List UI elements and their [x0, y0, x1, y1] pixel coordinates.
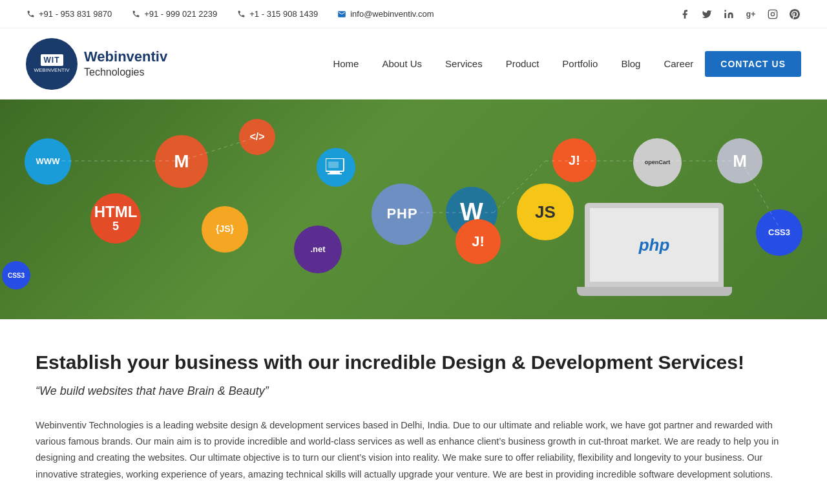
- bubble-js-yellow: JS: [517, 184, 574, 240]
- logo-brand-text: Webinventiv Technologies: [84, 48, 167, 79]
- bubble-opencart: openCart: [633, 138, 682, 187]
- logo-wit-text: WIT: [41, 54, 63, 66]
- svg-point-0: [724, 10, 726, 12]
- phone3-contact: +1 - 315 908 1439: [236, 9, 318, 19]
- logo-sub-text: WEBINVENTIV: [34, 67, 69, 73]
- email-contact: info@webinventiv.com: [337, 9, 434, 19]
- email-text: info@webinventiv.com: [350, 9, 434, 19]
- svg-rect-5: [330, 171, 340, 173]
- bubble-code: </>: [239, 119, 275, 155]
- phone2-contact: +91 - 999 021 2239: [131, 9, 217, 19]
- twitter-icon[interactable]: [700, 8, 713, 21]
- logo[interactable]: WIT WEBINVENTIV Webinventiv Technologies: [26, 38, 167, 90]
- nav-services[interactable]: Services: [434, 28, 494, 100]
- googleplus-icon[interactable]: g+: [744, 8, 757, 21]
- svg-point-2: [771, 12, 774, 16]
- nav-product[interactable]: Product: [494, 28, 551, 100]
- laptop-base: [577, 287, 732, 296]
- pinterest-icon[interactable]: [788, 8, 801, 21]
- bubble-dotnet: .net: [294, 226, 342, 273]
- logo-emblem: WIT WEBINVENTIV: [26, 38, 78, 90]
- nav-about[interactable]: About Us: [370, 28, 434, 100]
- phone3-icon: [236, 10, 246, 19]
- main-nav: Home About Us Services Product Portfolio…: [321, 28, 801, 100]
- tagline: “We build websites that have Brain & Bea…: [36, 381, 791, 402]
- logo-brand-name: Webinventiv: [84, 48, 167, 67]
- facebook-icon[interactable]: [678, 8, 691, 21]
- contact-info: +91 - 953 831 9870 +91 - 999 021 2239 +1…: [26, 9, 434, 19]
- svg-rect-1: [768, 10, 777, 18]
- phone1-text: +91 - 953 831 9870: [39, 9, 112, 19]
- nav-blog[interactable]: Blog: [609, 28, 652, 100]
- phone2-text: +91 - 999 021 2239: [144, 9, 217, 19]
- linkedin-icon[interactable]: [722, 8, 735, 21]
- main-heading: Establish your business with our incredi…: [36, 352, 791, 373]
- svg-rect-6: [328, 173, 342, 174]
- main-content: Establish your business with our incredi…: [0, 319, 827, 504]
- svg-point-3: [775, 11, 775, 12]
- nav-portfolio[interactable]: Portfolio: [550, 28, 609, 100]
- laptop-illustration: php: [585, 203, 727, 306]
- bubble-www: WWW: [25, 138, 71, 185]
- svg-rect-7: [328, 162, 339, 168]
- bubble-magento-gray: M: [717, 138, 762, 184]
- body-text: Webinventiv Technologies is a leading we…: [36, 417, 791, 483]
- laptop-screen-text: php: [639, 235, 670, 255]
- bubble-js-curly: {JS}: [202, 206, 248, 253]
- phone2-icon: [131, 10, 140, 19]
- bubble-joomla-top: J!: [552, 138, 596, 182]
- phone1-contact: +91 - 953 831 9870: [26, 9, 112, 19]
- header: WIT WEBINVENTIV Webinventiv Technologies…: [0, 28, 827, 100]
- nav-home[interactable]: Home: [321, 28, 370, 100]
- hero-section: WWW </> M HTML 5 {JS} .net PHP W JS J! o…: [0, 100, 827, 319]
- social-links: g+: [678, 8, 801, 21]
- nav-career[interactable]: Career: [652, 28, 705, 100]
- top-bar: +91 - 953 831 9870 +91 - 999 021 2239 +1…: [0, 0, 827, 28]
- bubble-html5: HTML 5: [90, 193, 141, 244]
- bubble-magento-orange: M: [155, 135, 208, 188]
- bubble-joomla-bottom: J!: [455, 219, 501, 264]
- email-icon: [337, 10, 346, 19]
- bubble-css3-left: CSS3: [2, 261, 30, 289]
- bubble-php: PHP: [372, 184, 433, 245]
- phone1-icon: [26, 10, 35, 19]
- bubble-screen: [317, 148, 355, 187]
- bubble-css3-right: CSS3: [756, 209, 802, 256]
- phone3-text: +1 - 315 908 1439: [249, 9, 318, 19]
- instagram-icon[interactable]: [766, 8, 779, 21]
- logo-brand-sub: Technologies: [84, 66, 167, 79]
- contact-button[interactable]: CONTACT US: [705, 51, 801, 77]
